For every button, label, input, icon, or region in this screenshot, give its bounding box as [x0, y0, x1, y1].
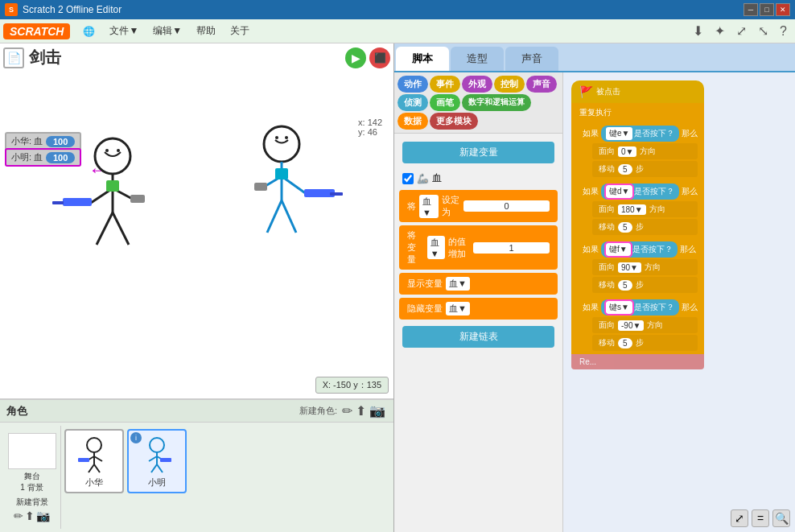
hat-block-green-flag[interactable]: 🚩 被点击	[571, 80, 704, 103]
sprite-item-xiaoming[interactable]: i 小明	[127, 429, 187, 493]
var-dropdown-1[interactable]: 血▼	[419, 195, 439, 218]
shrink-icon[interactable]: ⤡	[753, 21, 773, 41]
category-pen[interactable]: 画笔	[430, 94, 460, 111]
block-partial[interactable]: Re...	[571, 354, 704, 369]
svg-line-28	[89, 464, 94, 472]
new-variable-button[interactable]: 新建变量	[402, 142, 554, 163]
block-face-dir-3[interactable]: 面向 90▼ 方向	[592, 259, 698, 275]
tab-bar: 脚本 造型 声音	[394, 43, 795, 72]
block-change-var[interactable]: 将变量 血▼ 的值增加	[399, 225, 558, 270]
category-control[interactable]: 控制	[494, 76, 525, 93]
block-move-1[interactable]: 移动 5 步	[592, 161, 698, 177]
new-list-button[interactable]: 新建链表	[402, 326, 554, 348]
stage-area[interactable]: 📄 剑击 ▶ ⬛ 小华: 血 100 小明: 血 100 ←	[0, 43, 393, 399]
block-set-var[interactable]: 将 血▼ 设定为	[399, 190, 558, 222]
svg-line-35	[151, 464, 157, 472]
draw-sprite-icon[interactable]: ✏	[342, 403, 352, 419]
dir-180-dropdown[interactable]: 180▼	[618, 204, 646, 215]
block-face-dir-4[interactable]: 面向 -90▼ 方向	[592, 317, 698, 333]
sprite-name-2: 小明	[148, 476, 166, 489]
key-s-dropdown[interactable]: 键s▼	[606, 301, 632, 314]
upload-bg-icon[interactable]: ⬆	[25, 509, 35, 522]
script-group-main: 🚩 被点击 重复执行 如果 键e▼ 是否按下？	[571, 80, 704, 369]
key-e-dropdown[interactable]: 键e▼	[606, 127, 632, 140]
zoom-fit-button[interactable]: ⤢	[731, 509, 748, 527]
block-forever[interactable]: 重复执行	[571, 103, 704, 122]
block-move-3[interactable]: 移动 5 步	[592, 277, 698, 293]
tab-scripts[interactable]: 脚本	[396, 47, 449, 71]
tab-sounds[interactable]: 声音	[505, 47, 558, 71]
edit-menu[interactable]: 编辑▼	[146, 21, 188, 41]
steps-1[interactable]: 5	[618, 164, 632, 175]
upload-sprite-icon[interactable]: ⬆	[356, 403, 366, 419]
tab-costumes[interactable]: 造型	[451, 47, 504, 71]
sprite-item-xiaohua[interactable]: 小华	[64, 429, 124, 493]
dir-0-dropdown[interactable]: 0▼	[618, 146, 636, 157]
if-block-3[interactable]: 如果 键f▼ 是否按下？ 那么 面向 90▼ 方向	[571, 238, 704, 296]
draw-bg-icon[interactable]: ✏	[14, 509, 23, 522]
file-menu[interactable]: 文件▼	[103, 21, 145, 41]
camera-bg-icon[interactable]: 📷	[36, 509, 50, 522]
dir-90-dropdown[interactable]: 90▼	[618, 262, 641, 273]
globe-icon[interactable]: 🌐	[76, 23, 101, 40]
category-operators[interactable]: 数字和逻辑运算	[462, 94, 531, 111]
svg-rect-30	[78, 458, 89, 462]
zoom-controls: ⤢ = 🔍	[731, 509, 790, 527]
change-value-input[interactable]	[473, 242, 550, 254]
sensing-block-2[interactable]: 键d▼ 是否按下？	[601, 184, 679, 200]
if-block-2[interactable]: 如果 键d▼ 是否按下？ 那么 面向 180▼ 方向	[571, 180, 704, 238]
scripts-area[interactable]: 🚩 被点击 重复执行 如果 键e▼ 是否按下？	[563, 72, 795, 532]
steps-3[interactable]: 5	[618, 280, 632, 291]
dir-n90-dropdown[interactable]: -90▼	[618, 320, 644, 331]
category-data[interactable]: 数据	[398, 113, 428, 130]
help-menu[interactable]: 帮助	[190, 21, 222, 41]
fullscreen-icon[interactable]: ✦	[710, 21, 730, 41]
stop-button[interactable]: ⬛	[369, 47, 390, 68]
sprite-info-button-2[interactable]: i	[130, 432, 142, 443]
category-sensing[interactable]: 侦测	[398, 94, 428, 111]
key-f-dropdown[interactable]: 键f▼	[606, 243, 631, 256]
var-dropdown-2[interactable]: 血▼	[427, 236, 445, 259]
stage-thumbnail[interactable]	[8, 433, 56, 469]
if-block-1[interactable]: 如果 键e▼ 是否按下？ 那么 面向 0▼ 方向	[571, 122, 704, 180]
steps-2[interactable]: 5	[618, 222, 632, 233]
sprite-thumb-1	[74, 435, 114, 475]
sensing-block-1[interactable]: 键e▼ 是否按下？	[601, 126, 679, 142]
var-dropdown-3[interactable]: 血▼	[446, 277, 470, 291]
about-menu[interactable]: 关于	[224, 21, 256, 41]
block-move-2[interactable]: 移动 5 步	[592, 219, 698, 235]
if-block-4[interactable]: 如果 键s▼ 是否按下？ 那么 面向 -90▼ 方向	[571, 296, 704, 354]
key-d-dropdown[interactable]: 键d▼	[606, 185, 632, 198]
block-face-dir-1[interactable]: 面向 0▼ 方向	[592, 143, 698, 159]
var-dropdown-4[interactable]: 血▼	[446, 302, 470, 315]
help-icon[interactable]: ?	[775, 22, 792, 41]
steps-4[interactable]: 5	[618, 338, 632, 348]
maximize-button[interactable]: □	[760, 3, 774, 16]
block-hide-var[interactable]: 隐藏变量 血▼	[399, 298, 558, 320]
block-show-var[interactable]: 显示变量 血▼	[399, 273, 558, 295]
svg-rect-8	[130, 195, 145, 203]
expand-icon[interactable]: ⤢	[731, 21, 752, 41]
category-looks[interactable]: 外观	[462, 76, 492, 93]
camera-sprite-icon[interactable]: 📷	[369, 403, 385, 419]
zoom-in-button[interactable]: 🔍	[772, 509, 790, 527]
category-events[interactable]: 事件	[430, 76, 460, 93]
sensing-block-3[interactable]: 键f▼ 是否按下？	[601, 241, 678, 258]
block-palette: 动作 事件 外观 控制 声音 侦测 画笔 数字和逻辑运算 数据 更多模块 新建变…	[394, 72, 563, 532]
minimize-button[interactable]: ─	[744, 3, 758, 16]
svg-point-12	[264, 126, 299, 162]
set-value-input[interactable]	[463, 200, 550, 212]
download-icon[interactable]: ⬇	[688, 21, 708, 41]
category-more[interactable]: 更多模块	[430, 113, 478, 130]
category-sound[interactable]: 声音	[526, 76, 557, 93]
category-motion[interactable]: 动作	[398, 76, 428, 93]
sensing-block-4[interactable]: 键s▼ 是否按下？	[601, 299, 679, 315]
block-face-dir-2[interactable]: 面向 180▼ 方向	[592, 201, 698, 217]
block-move-4[interactable]: 移动 5 步	[592, 335, 698, 351]
block-list: 新建变量 🦾 血 将 血▼ 设定为 将变量 血▼	[394, 134, 562, 532]
stage-canvas	[0, 43, 393, 349]
green-flag-button[interactable]: ▶	[345, 47, 366, 68]
close-button[interactable]: ✕	[776, 3, 790, 16]
zoom-actual-button[interactable]: =	[752, 509, 769, 527]
var-blood-checkbox[interactable]	[402, 173, 414, 184]
